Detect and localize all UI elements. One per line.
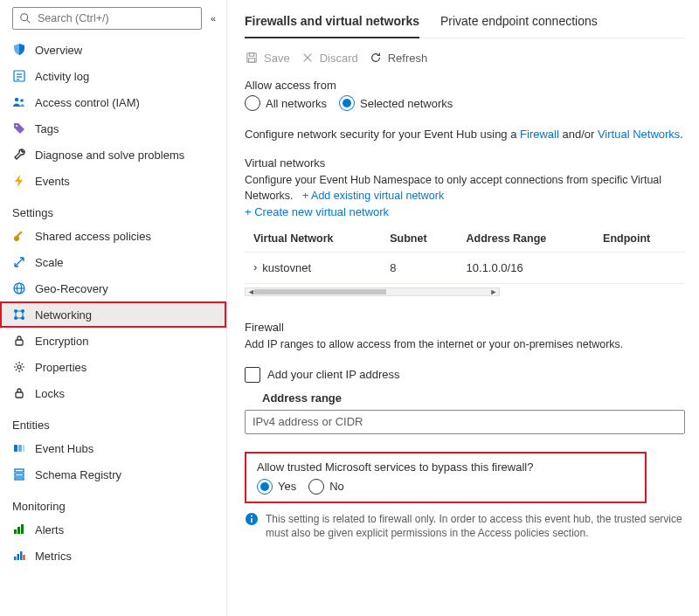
add-client-ip-checkbox[interactable]: [245, 367, 260, 383]
people-icon: [12, 95, 26, 109]
nav-tags[interactable]: Tags: [0, 115, 226, 142]
radio-icon: [339, 95, 355, 111]
search-box[interactable]: [12, 7, 202, 30]
svg-rect-10: [16, 231, 22, 237]
metrics-icon: [12, 549, 26, 563]
refresh-icon: [369, 51, 383, 65]
nav-event-hubs[interactable]: Event Hubs: [0, 435, 226, 461]
search-icon: [18, 11, 32, 25]
svg-rect-33: [24, 555, 25, 560]
add-existing-vnet-link[interactable]: + Add existing virtual network: [302, 190, 444, 202]
search-input[interactable]: [38, 12, 196, 24]
nav-schema-registry[interactable]: Schema Registry: [0, 461, 226, 488]
nav-section-settings: Settings: [0, 194, 226, 223]
svg-line-1: [27, 20, 31, 24]
svg-point-7: [20, 99, 24, 102]
eventhubs-icon: [12, 441, 26, 455]
vnet-table: Virtual Network Subnet Address Range End…: [245, 225, 685, 284]
radio-all-networks[interactable]: All networks: [245, 95, 327, 111]
trusted-question: Allow trusted Microsoft services to bypa…: [257, 460, 634, 474]
globe-icon: [12, 281, 26, 295]
access-radio-group: All networks Selected networks: [245, 95, 685, 111]
wrench-icon: [12, 148, 26, 162]
nav-overview[interactable]: Overview: [0, 37, 226, 63]
radio-selected-networks[interactable]: Selected networks: [339, 95, 453, 111]
nav-access-control[interactable]: Access control (IAM): [0, 89, 226, 115]
nav-label: Tags: [35, 122, 59, 135]
svg-rect-23: [23, 445, 24, 452]
nav-properties[interactable]: Properties: [0, 354, 226, 380]
save-icon: [245, 51, 259, 65]
svg-point-6: [15, 98, 18, 101]
svg-point-0: [21, 14, 28, 21]
th-virtual-network[interactable]: Virtual Network: [245, 225, 381, 253]
svg-rect-30: [14, 557, 17, 560]
horizontal-scrollbar[interactable]: ◄►: [245, 287, 500, 296]
discard-button[interactable]: Discard: [301, 51, 358, 65]
alerts-icon: [12, 523, 26, 536]
info-text: This setting is related to firewall only…: [266, 512, 685, 540]
address-range-label: Address range: [262, 391, 685, 405]
close-icon: [301, 51, 315, 65]
svg-rect-25: [15, 474, 24, 476]
cell-endpoint: [594, 253, 685, 284]
nav-networking[interactable]: Networking: [0, 301, 226, 328]
chevron-right-icon[interactable]: ›: [253, 260, 257, 273]
create-new-vnet-link[interactable]: + Create new virtual network: [245, 205, 389, 218]
vnet-description: Configure your Event Hub Namespace to on…: [245, 173, 685, 204]
th-endpoint[interactable]: Endpoint: [594, 225, 685, 253]
nav-encryption[interactable]: Encryption: [0, 328, 226, 354]
svg-rect-20: [16, 392, 23, 398]
firewall-link[interactable]: Firewall: [520, 128, 559, 141]
nav-label: Events: [35, 175, 70, 188]
nav-diagnose[interactable]: Diagnose and solve problems: [0, 142, 226, 168]
lock-icon: [12, 386, 26, 400]
address-range-input[interactable]: IPv4 address or CIDR: [245, 410, 685, 434]
add-client-ip-row: Add your client IP address: [245, 367, 685, 383]
tab-private-endpoint[interactable]: Private endpoint connections: [440, 7, 598, 38]
nav-events[interactable]: Events: [0, 168, 226, 194]
nav-label: Schema Registry: [35, 468, 121, 481]
scale-icon: [12, 255, 26, 269]
nav-alerts[interactable]: Alerts: [0, 516, 226, 543]
scrollbar-thumb[interactable]: [254, 289, 386, 294]
cell-subnet: 8: [381, 253, 457, 284]
network-icon: [12, 308, 26, 322]
key-icon: [12, 229, 26, 243]
svg-point-19: [17, 365, 21, 369]
vnet-link[interactable]: Virtual Networks: [598, 128, 680, 141]
nav-activity-log[interactable]: Activity log: [0, 63, 226, 89]
svg-rect-35: [249, 53, 253, 57]
svg-rect-31: [17, 554, 20, 560]
svg-rect-32: [20, 551, 23, 560]
tabs: Firewalls and virtual networks Private e…: [245, 7, 685, 38]
table-row[interactable]: ›kustovnet 8 10.1.0.0/16: [245, 253, 685, 284]
toolbar: Save Discard Refresh: [245, 51, 685, 65]
overview-icon: [12, 43, 26, 57]
refresh-button[interactable]: Refresh: [369, 51, 428, 65]
nav-label: Properties: [35, 361, 87, 374]
radio-icon: [245, 95, 260, 111]
svg-rect-40: [251, 518, 253, 523]
nav-locks[interactable]: Locks: [0, 380, 226, 406]
save-button[interactable]: Save: [245, 51, 290, 65]
nav-geo-recovery[interactable]: Geo-Recovery: [0, 275, 226, 301]
nav-label: Scale: [35, 256, 64, 269]
main-content: Firewalls and virtual networks Private e…: [227, 0, 699, 616]
radio-trusted-no[interactable]: No: [308, 479, 344, 495]
nav-metrics[interactable]: Metrics: [0, 543, 226, 569]
svg-point-9: [14, 236, 19, 241]
th-subnet[interactable]: Subnet: [381, 225, 457, 253]
nav-section-entities: Entities: [0, 406, 226, 435]
svg-rect-18: [16, 340, 23, 345]
th-address-range[interactable]: Address Range: [458, 225, 595, 253]
schema-icon: [12, 467, 26, 481]
nav-scale[interactable]: Scale: [0, 249, 226, 275]
tab-firewalls[interactable]: Firewalls and virtual networks: [245, 7, 419, 38]
config-description: Configure network security for your Even…: [245, 127, 685, 142]
collapse-sidebar-button[interactable]: «: [207, 13, 219, 24]
vnet-title: Virtual networks: [245, 156, 685, 170]
nav-shared-access[interactable]: Shared access policies: [0, 223, 226, 249]
scroll-right-icon[interactable]: ►: [489, 287, 497, 296]
radio-trusted-yes[interactable]: Yes: [257, 479, 296, 495]
